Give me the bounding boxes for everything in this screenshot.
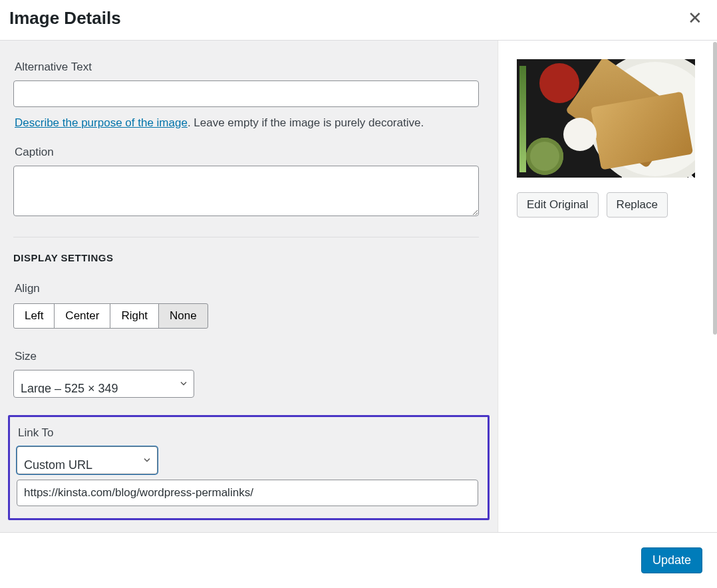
update-button[interactable]: Update [641,547,702,573]
alt-text-input[interactable] [13,80,479,107]
link-to-select-wrap: Custom URL [17,446,158,474]
align-center-button[interactable]: Center [54,303,110,329]
alt-helper: Describe the purpose of the image. Leave… [15,116,484,130]
caption-label: Caption [15,146,484,159]
size-select-wrap: Large – 525 × 349 [13,370,194,398]
alt-helper-suffix: . Leave empty if the image is purely dec… [188,116,424,129]
link-url-input[interactable] [17,480,478,506]
scrollbar[interactable] [713,42,717,335]
image-preview [517,59,695,178]
align-right-button[interactable]: Right [110,303,159,329]
align-button-group: Left Center Right None [13,303,208,329]
replace-button[interactable]: Replace [607,192,668,218]
align-label: Align [15,282,484,295]
modal-title: Image Details [9,8,121,29]
size-label: Size [15,350,484,363]
form-panel: Alternative Text Describe the purpose of… [0,41,498,533]
size-select[interactable]: Large – 525 × 349 [13,370,194,398]
caption-input[interactable] [13,166,479,216]
edit-original-button[interactable]: Edit Original [517,192,599,218]
link-to-select[interactable]: Custom URL [17,446,158,474]
align-none-button[interactable]: None [158,303,208,329]
describe-purpose-link[interactable]: Describe the purpose of the image [15,116,188,129]
alt-text-label: Alternative Text [15,61,484,74]
link-to-label: Link To [18,426,481,440]
modal-footer: Update [0,532,717,588]
align-left-button[interactable]: Left [13,303,55,329]
close-icon[interactable]: ✕ [682,7,708,29]
settings-separator [13,237,479,237]
modal-body: Alternative Text Describe the purpose of… [0,41,717,533]
display-settings-heading: DISPLAY SETTINGS [13,252,484,263]
link-to-highlight: Link To Custom URL [8,415,490,520]
modal-header: Image Details ✕ [0,0,717,41]
side-button-row: Edit Original Replace [517,192,698,218]
side-panel: Edit Original Replace [498,41,717,533]
